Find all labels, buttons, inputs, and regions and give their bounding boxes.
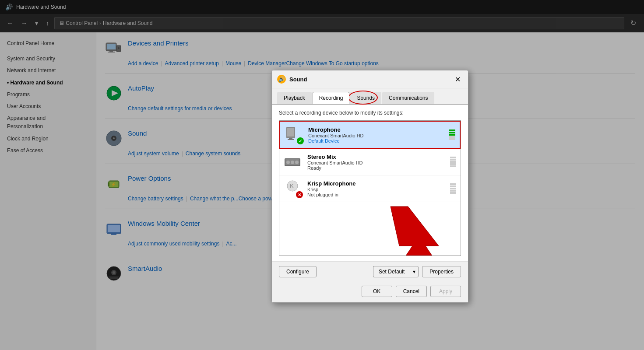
microphone-icon-container: ✓ — [285, 125, 304, 144]
svg-point-29 — [286, 161, 290, 164]
cancel-button[interactable]: Cancel — [396, 286, 427, 297]
stereomix-icon-container — [284, 152, 303, 172]
stereomix-sub: Conexant SmartAudio HD — [307, 160, 446, 165]
svg-marker-34 — [391, 206, 439, 256]
tab-playback[interactable]: Playback — [277, 92, 312, 104]
svg-rect-24 — [287, 128, 294, 136]
modal-overlay: 🔊 Sound ✕ Playback Recording Sounds Comm… — [0, 0, 644, 350]
microphone-sub: Conexant SmartAudio HD — [308, 133, 445, 138]
empty-space — [279, 202, 461, 256]
footer-left: Configure — [279, 266, 317, 277]
modal-title-text: Sound — [289, 76, 307, 83]
svg-rect-26 — [288, 139, 294, 140]
krisp-info: Krisp Microphone Krisp Not plugged in — [307, 180, 446, 197]
set-default-group: Set Default ▾ — [373, 266, 419, 277]
sounds-tab-circle — [348, 91, 378, 105]
stereomix-status: Ready — [307, 165, 446, 171]
footer-right: Set Default ▾ Properties — [373, 266, 461, 277]
device-item-stereomix[interactable]: Stereo Mix Conexant SmartAudio HD Ready — [279, 149, 461, 175]
modal-description: Select a recording device below to modif… — [279, 110, 461, 116]
modal-close-button[interactable]: ✕ — [452, 74, 463, 84]
svg-text:K: K — [290, 182, 294, 189]
tab-communications[interactable]: Communications — [382, 92, 434, 104]
modal-title-left: 🔊 Sound — [277, 75, 307, 84]
set-default-dropdown[interactable]: ▾ — [410, 266, 419, 277]
krisp-level — [450, 183, 456, 194]
microphone-level — [449, 130, 455, 140]
set-default-button[interactable]: Set Default — [373, 266, 410, 277]
tab-recording[interactable]: Recording — [313, 92, 350, 104]
stereomix-info: Stereo Mix Conexant SmartAudio HD Ready — [307, 154, 446, 171]
microphone-badge: ✓ — [297, 137, 304, 144]
svg-point-30 — [291, 161, 294, 164]
modal-titlebar: 🔊 Sound ✕ — [272, 70, 468, 88]
svg-point-31 — [295, 161, 299, 164]
configure-button[interactable]: Configure — [279, 266, 317, 277]
krisp-status: Not plugged in — [307, 192, 446, 197]
modal-tabs: Playback Recording Sounds Communications — [272, 88, 468, 104]
dialog-bottom-buttons: OK Cancel Apply — [272, 282, 468, 302]
krisp-badge: ✕ — [296, 191, 303, 198]
krisp-icon-container: K ✕ — [284, 179, 303, 198]
properties-button[interactable]: Properties — [422, 266, 461, 277]
modal-footer: Configure Set Default ▾ Properties — [272, 261, 468, 282]
apply-button[interactable]: Apply — [430, 286, 461, 297]
device-item-krisp[interactable]: K ✕ Krisp Microphone Krisp Not plugged i… — [279, 175, 461, 202]
krisp-sub: Krisp — [307, 187, 446, 192]
ok-button[interactable]: OK — [362, 286, 392, 297]
sound-dialog-icon: 🔊 — [277, 75, 286, 84]
sound-dialog: 🔊 Sound ✕ Playback Recording Sounds Comm… — [271, 70, 468, 303]
modal-body: Select a recording device below to modif… — [272, 104, 468, 261]
microphone-info: Microphone Conexant SmartAudio HD Defaul… — [308, 126, 445, 144]
device-list[interactable]: ✓ Microphone Conexant SmartAudio HD Defa… — [279, 120, 461, 256]
tab-sounds[interactable]: Sounds — [350, 92, 381, 104]
annotation-arrow — [364, 202, 452, 256]
stereomix-level — [450, 157, 456, 167]
stereomix-name: Stereo Mix — [307, 154, 446, 160]
krisp-name: Krisp Microphone — [307, 180, 446, 187]
microphone-status: Default Device — [308, 138, 445, 144]
device-item-microphone[interactable]: ✓ Microphone Conexant SmartAudio HD Defa… — [279, 121, 461, 149]
microphone-name: Microphone — [308, 126, 445, 133]
